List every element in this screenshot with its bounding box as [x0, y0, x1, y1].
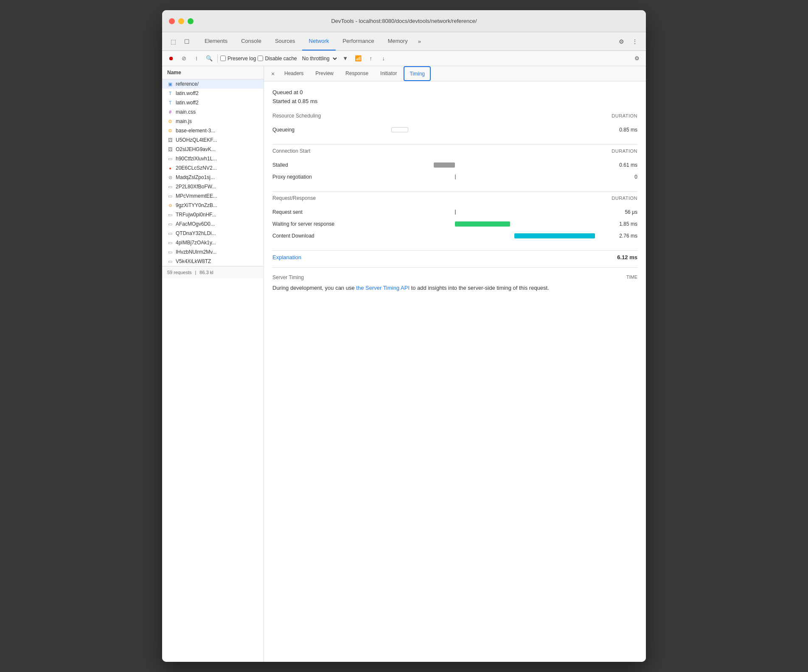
- tab-response[interactable]: Response: [339, 66, 374, 81]
- list-item[interactable]: ▣ reference/: [162, 79, 264, 89]
- timing-row-download: Content Download 2.76 ms: [272, 230, 637, 242]
- tab-timing[interactable]: Timing: [404, 66, 431, 81]
- server-timing-api-link[interactable]: the Server Timing API: [356, 285, 410, 291]
- request-sent-value: 56 μs: [603, 209, 637, 215]
- throttle-dropdown-icon[interactable]: ▼: [340, 53, 351, 64]
- list-item[interactable]: ● 20E6CLcSzNV2...: [162, 163, 264, 173]
- proxy-value: 0: [603, 174, 637, 180]
- tab-headers[interactable]: Headers: [278, 66, 309, 81]
- queueing-bar: [391, 127, 408, 132]
- list-item[interactable]: ▭ AFacMOgv6D0...: [162, 219, 264, 229]
- other-icon: ⊘: [167, 174, 173, 180]
- preserve-log-label[interactable]: Preserve log: [220, 56, 256, 62]
- list-item[interactable]: ⊘ MadqZslZpo1sj...: [162, 173, 264, 182]
- settings-icon-toolbar[interactable]: ⚙: [631, 53, 642, 64]
- tab-console[interactable]: Console: [234, 32, 268, 50]
- sidebar: Name ▣ reference/ T latin.woff2 T latin.…: [162, 66, 264, 662]
- disable-cache-label[interactable]: Disable cache: [258, 56, 297, 62]
- main-content: Name ▣ reference/ T latin.woff2 T latin.…: [162, 66, 646, 662]
- sidebar-header: Name: [162, 66, 264, 79]
- timing-header-info: Queued at 0 Started at 0.85 ms: [272, 88, 637, 106]
- disable-cache-checkbox[interactable]: [258, 56, 263, 61]
- waiting-bar-area: [349, 218, 603, 230]
- request-count: 59 requests: [167, 270, 191, 275]
- other-icon: ▭: [167, 249, 173, 255]
- maximize-button[interactable]: [188, 18, 194, 24]
- waiting-label: Waiting for server response: [272, 221, 349, 227]
- tab-memory[interactable]: Memory: [381, 32, 415, 50]
- list-item[interactable]: ▭ QTDnaY32hLDi...: [162, 229, 264, 238]
- list-item[interactable]: T latin.woff2: [162, 98, 264, 107]
- download-icon[interactable]: ↓: [378, 53, 389, 64]
- connection-start-col: DURATION: [612, 148, 637, 154]
- tab-preview[interactable]: Preview: [309, 66, 339, 81]
- list-item[interactable]: ⚙ 9gzXiTYY0nZzB...: [162, 201, 264, 210]
- download-bar: [514, 233, 595, 238]
- record-button[interactable]: ⏺: [166, 53, 177, 64]
- request-response-section: Request/Response DURATION Request sent 5…: [272, 195, 637, 242]
- list-item[interactable]: 🖼 U5OHzQL4tEKF...: [162, 135, 264, 145]
- wifi-icon[interactable]: 📶: [353, 53, 364, 64]
- settings-icon[interactable]: ⚙: [615, 36, 627, 48]
- connection-start-section: Connection Start DURATION Stalled 0.61 m…: [272, 148, 637, 183]
- tab-network[interactable]: Network: [302, 32, 336, 50]
- close-button[interactable]: [169, 18, 175, 24]
- upload-icon[interactable]: ↑: [365, 53, 376, 64]
- timing-row-queueing: Queueing 0.85 ms: [272, 124, 637, 136]
- list-item[interactable]: ⚙ base-element-3...: [162, 126, 264, 135]
- list-item[interactable]: ⚙ main.js: [162, 117, 264, 126]
- img-icon: ●: [167, 165, 173, 171]
- other-icon: ▭: [167, 258, 173, 264]
- img-icon: 🖼: [167, 137, 173, 143]
- preserve-log-checkbox[interactable]: [220, 56, 226, 61]
- tab-performance[interactable]: Performance: [336, 32, 381, 50]
- server-timing-title: Server Timing: [272, 274, 304, 280]
- request-response-title: Request/Response: [272, 195, 316, 201]
- tab-sources[interactable]: Sources: [268, 32, 302, 50]
- tab-elements[interactable]: Elements: [198, 32, 234, 50]
- list-item[interactable]: 🖼 O2slJEHG9avK...: [162, 145, 264, 154]
- stalled-bar: [434, 162, 455, 168]
- list-item[interactable]: ▭ IHvzbNUlrm2Mv...: [162, 247, 264, 257]
- throttle-select[interactable]: No throttling: [299, 54, 338, 63]
- divider-1: [272, 144, 637, 145]
- proxy-bar: [455, 174, 456, 179]
- traffic-lights: [169, 18, 194, 24]
- list-item[interactable]: ▭ 4pIMBj7zOAk1y...: [162, 238, 264, 247]
- explanation-link[interactable]: Explanation: [272, 254, 301, 260]
- device-icon[interactable]: ☐: [181, 36, 193, 48]
- img-icon: 🖼: [167, 146, 173, 152]
- list-item[interactable]: # main.css: [162, 107, 264, 117]
- gear-icon: ⚙: [167, 202, 173, 208]
- list-item[interactable]: ▭ h90CtfziXluvh1L...: [162, 154, 264, 163]
- download-label: Content Download: [272, 233, 349, 239]
- font-icon: T: [167, 90, 173, 96]
- clear-button[interactable]: ⊘: [178, 53, 189, 64]
- total-value: 6.12 ms: [617, 254, 637, 260]
- sidebar-footer: 59 requests | 86.3 kl: [162, 266, 264, 278]
- minimize-button[interactable]: [178, 18, 184, 24]
- tab-more[interactable]: »: [415, 38, 424, 45]
- divider-1: [217, 54, 218, 63]
- filter-icon[interactable]: ⫶: [191, 53, 202, 64]
- timing-row-waiting: Waiting for server response 1.85 ms: [272, 218, 637, 230]
- inspect-icon[interactable]: ⬚: [167, 36, 179, 48]
- queued-at: Queued at 0: [272, 88, 637, 97]
- other-icon: ▭: [167, 184, 173, 190]
- connection-start-title: Connection Start: [272, 148, 310, 154]
- other-icon: ▭: [167, 240, 173, 246]
- panel-close-button[interactable]: ×: [267, 68, 278, 79]
- list-item[interactable]: ▭ V5k4XiLkW8TZ: [162, 257, 264, 266]
- search-icon[interactable]: 🔍: [204, 53, 215, 64]
- network-toolbar: ⏺ ⊘ ⫶ 🔍 Preserve log Disable cache No th…: [162, 51, 646, 66]
- list-item[interactable]: ▭ 2P2L80XfBoFW...: [162, 182, 264, 191]
- explanation-row: Explanation 6.12 ms: [272, 254, 637, 260]
- request-response-col: DURATION: [612, 196, 637, 201]
- list-item[interactable]: T latin.woff2: [162, 89, 264, 98]
- panel-content: Queued at 0 Started at 0.85 ms Resource …: [264, 81, 646, 662]
- more-icon[interactable]: ⋮: [629, 36, 641, 48]
- list-item[interactable]: ▭ TRFujw0pi0nHF...: [162, 210, 264, 219]
- timing-row-request-sent: Request sent 56 μs: [272, 206, 637, 218]
- list-item[interactable]: ▭ MPcVmmemtEE...: [162, 191, 264, 201]
- tab-initiator[interactable]: Initiator: [374, 66, 403, 81]
